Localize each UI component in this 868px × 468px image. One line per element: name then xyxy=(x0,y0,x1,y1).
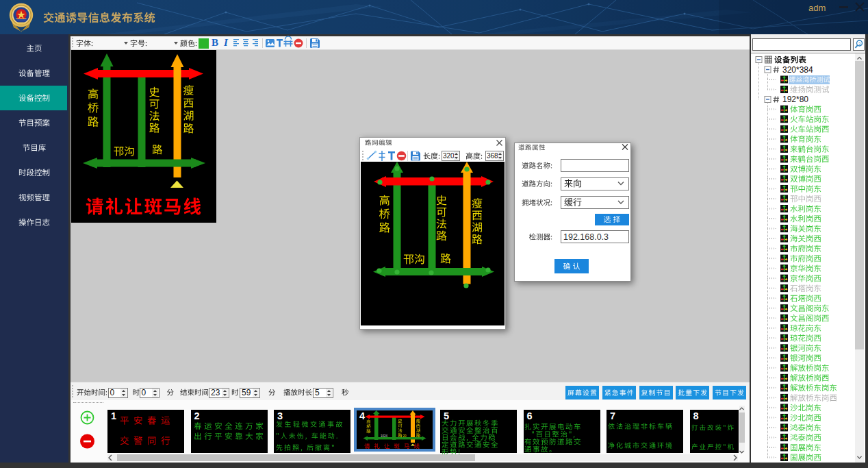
svg-text:1024: 1024 xyxy=(381,434,388,437)
svg-text:3: 3 xyxy=(858,42,861,46)
svg-text:20: 20 xyxy=(403,434,407,437)
